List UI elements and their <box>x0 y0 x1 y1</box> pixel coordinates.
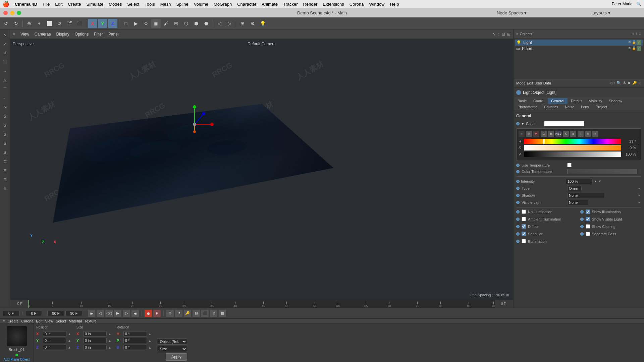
move-tool-button[interactable]: ⊕ <box>24 19 34 28</box>
menu-tools[interactable]: Tools <box>145 2 155 7</box>
color-mode-g[interactable]: G <box>541 131 547 137</box>
search-icon[interactable]: 🔍 <box>636 2 641 6</box>
node-spaces-selector[interactable]: Node Spaces ▾ <box>497 10 527 15</box>
maximize-button[interactable] <box>17 11 21 15</box>
transform-x-button[interactable]: X <box>88 19 97 28</box>
bottom-view-menu[interactable]: View <box>45 319 53 323</box>
menu-corona[interactable]: Corona <box>350 2 364 7</box>
menu-spline[interactable]: Spline <box>176 2 189 7</box>
transform-gizmo[interactable] <box>174 104 215 144</box>
separate-pass-checkbox[interactable] <box>586 232 590 236</box>
tool-s5[interactable]: S <box>1 148 9 157</box>
viewport-close-btn[interactable]: ⊡ <box>502 32 505 37</box>
scene-obj-plane[interactable]: ▭ Plane 👁 🔒 ✓ <box>515 46 643 52</box>
viewport-panel-menu[interactable]: Panel <box>108 32 119 37</box>
tool-edge[interactable]: ⌒ <box>1 85 9 93</box>
snap-button[interactable]: ⊞ <box>171 19 181 28</box>
props-anim-btn[interactable]: ⏺ <box>627 81 631 85</box>
rot-h-input[interactable] <box>123 331 147 337</box>
viewport-display-menu[interactable]: Display <box>56 32 69 37</box>
viewport-cameras-menu[interactable]: Cameras <box>35 32 51 37</box>
color-swatch[interactable] <box>544 121 584 126</box>
redo-button[interactable]: ↻ <box>11 19 21 28</box>
transform-y-button[interactable]: Y <box>98 19 107 28</box>
size-y-spinup[interactable]: ▲ <box>108 339 111 343</box>
props-keyframe-btn[interactable]: 🔑 <box>632 81 637 85</box>
use-temperature-checkbox[interactable] <box>567 163 572 167</box>
apply-button[interactable]: Apply <box>166 353 187 361</box>
play-fwd-btn[interactable]: ▶ <box>114 310 121 317</box>
layouts-selector[interactable]: Layouts ▾ <box>591 10 610 15</box>
tool-s7[interactable]: ⊟ <box>1 167 9 175</box>
color-mode-grid[interactable]: ⊞ <box>570 131 576 137</box>
extras-btn3[interactable]: 🔑 <box>184 310 191 317</box>
menu-character[interactable]: Character <box>237 2 256 7</box>
extras-btn2[interactable]: ↺ <box>175 310 182 317</box>
light-vis-check[interactable]: 👁 <box>628 40 631 45</box>
color-mode-r[interactable]: R <box>533 131 539 137</box>
bottom-texture-menu[interactable]: Texture <box>85 319 97 323</box>
hue-slider[interactable] <box>524 139 621 144</box>
color-mode-b[interactable]: B <box>548 131 554 137</box>
menu-modes[interactable]: Modes <box>109 2 122 7</box>
close-button[interactable] <box>3 11 8 15</box>
intensity-input[interactable] <box>566 179 593 184</box>
tool-s8[interactable]: ⊞ <box>1 176 9 184</box>
menu-mesh[interactable]: Mesh <box>160 2 171 7</box>
tab-shadow[interactable]: Shadow <box>605 98 626 104</box>
size-z-spinup[interactable]: ▲ <box>108 346 111 349</box>
rot-p-spinup[interactable]: ▲ <box>148 339 152 343</box>
scene-tree-btn2[interactable]: ↑ <box>636 32 637 36</box>
viewport-options-menu[interactable]: Options <box>75 32 89 37</box>
color-expand-icon[interactable]: ▼ <box>521 122 525 126</box>
record-btn[interactable]: ⏺ <box>145 310 152 317</box>
extras-btn7[interactable]: ▦ <box>219 310 226 317</box>
viewport[interactable]: Perspective Default Camera Grid Spacing … <box>10 39 513 300</box>
tool-scale[interactable]: ⤢ <box>1 40 9 48</box>
scene-tree-btn3[interactable]: ⊡ <box>639 32 641 36</box>
tab-coord[interactable]: Coord. <box>530 98 548 104</box>
frame-end-input[interactable] <box>47 311 64 316</box>
ambient-illumination-checkbox[interactable] <box>522 217 526 221</box>
undo-button[interactable]: ↺ <box>1 19 11 28</box>
pos-y-input[interactable] <box>43 338 66 343</box>
objects-button[interactable]: ⬡ <box>181 19 191 28</box>
show-illumination-checkbox[interactable] <box>586 209 590 214</box>
tab-details[interactable]: Details <box>568 98 586 104</box>
props-search-btn[interactable]: 🔍 <box>616 81 621 85</box>
record-pos-btn[interactable]: P <box>153 310 161 317</box>
pos-y-spinup[interactable]: ▲ <box>68 339 71 343</box>
viewport-expand-btn[interactable]: ⊞ <box>507 32 511 37</box>
light-button[interactable]: 💡 <box>258 19 267 28</box>
sat-slider[interactable] <box>524 145 621 150</box>
plane-lock-check[interactable]: 🔒 <box>632 46 636 51</box>
rot-b-spinup[interactable]: ▲ <box>148 346 152 349</box>
extras-btn5[interactable]: ⬛ <box>201 310 209 317</box>
menu-mograph[interactable]: MoGraph <box>214 2 232 7</box>
add-object-button[interactable]: + <box>35 19 44 28</box>
pos-x-input[interactable] <box>43 331 66 337</box>
tool-point[interactable]: · <box>1 94 9 102</box>
props-up-btn[interactable]: ↑ <box>613 81 615 85</box>
menu-render[interactable]: Render <box>303 2 318 7</box>
tool-brush[interactable]: S <box>1 112 9 120</box>
bottom-edit-menu[interactable]: Edit <box>36 319 43 323</box>
add-plane-label[interactable]: Add Plane Object <box>4 358 30 361</box>
options-button[interactable]: ⚙ <box>248 19 257 28</box>
tool-s9[interactable]: ⊕ <box>1 185 9 193</box>
size-y-input[interactable] <box>83 338 107 343</box>
play-button[interactable]: ▶ <box>131 19 141 28</box>
menu-extensions[interactable]: Extensions <box>323 2 344 7</box>
plane-render-check[interactable]: ✓ <box>637 46 641 51</box>
render-preview-button[interactable]: ⬛ <box>75 19 84 28</box>
tool-s2[interactable]: S <box>1 121 9 129</box>
camera2-button[interactable]: ◁ <box>215 19 224 28</box>
tab-basic[interactable]: Basic <box>514 98 530 104</box>
bottom-select-menu[interactable]: Select <box>56 319 66 323</box>
menu-file[interactable]: File <box>43 2 50 7</box>
pos-z-input[interactable] <box>43 345 66 350</box>
tool-rotate[interactable]: ↺ <box>1 49 9 57</box>
transform-z-button[interactable]: Z <box>108 19 117 28</box>
props-back-btn[interactable]: ◁ <box>609 81 612 85</box>
grid-button[interactable]: ⊞ <box>238 19 247 28</box>
